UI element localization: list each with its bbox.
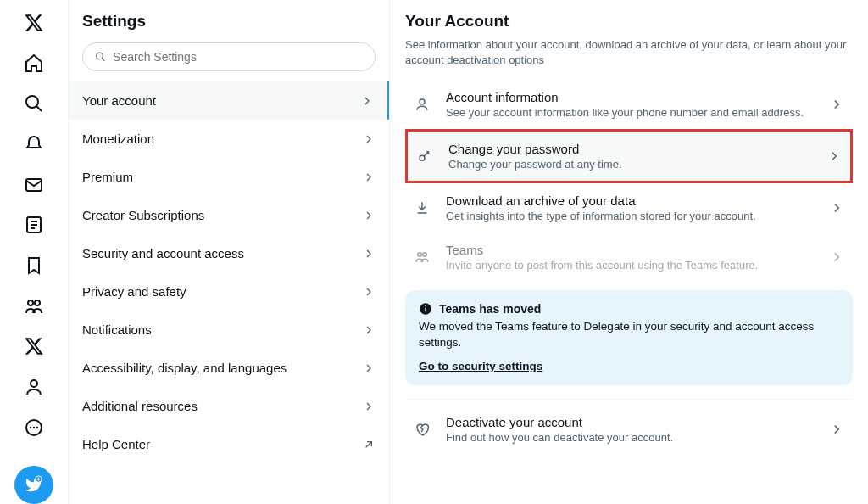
notice-title: Teams has moved	[439, 302, 541, 316]
settings-item-monetization[interactable]: Monetization	[69, 120, 389, 158]
svg-point-19	[420, 99, 425, 104]
svg-point-17	[97, 53, 103, 59]
svg-rect-24	[425, 308, 426, 312]
option-subtitle: Get insights into the type of informatio…	[446, 210, 829, 222]
settings-item-label: Notifications	[82, 322, 152, 337]
search-icon	[95, 51, 106, 63]
key-icon	[416, 148, 433, 165]
option-teams: TeamsInvite anyone to post from this acc…	[405, 232, 853, 282]
svg-point-13	[36, 427, 38, 428]
bookmarks-icon[interactable]	[23, 255, 45, 277]
settings-list: Your accountMonetizationPremiumCreator S…	[69, 81, 389, 463]
option-subtitle: See your account information like your p…	[446, 106, 829, 119]
option-title: Teams	[446, 243, 829, 257]
settings-item-your-account[interactable]: Your account	[69, 81, 389, 120]
option-subtitle: Find out how you can deactivate your acc…	[446, 431, 829, 444]
settings-column: Settings Your accountMonetizationPremium…	[68, 0, 390, 504]
svg-point-8	[35, 300, 40, 305]
settings-item-label: Security and account access	[82, 246, 244, 260]
compose-button[interactable]	[14, 466, 53, 504]
chevron-right-icon	[826, 148, 842, 164]
x-premium-icon[interactable]	[23, 336, 45, 358]
notice-link[interactable]: Go to security settings	[419, 360, 542, 372]
main-options: Account informationSee your account info…	[405, 80, 853, 282]
lists-icon[interactable]	[23, 214, 45, 236]
svg-point-12	[33, 427, 35, 428]
settings-item-creator-subscriptions[interactable]: Creator Subscriptions	[69, 196, 389, 234]
option-title: Deactivate your account	[446, 415, 829, 429]
notifications-icon[interactable]	[23, 133, 45, 155]
download-icon	[414, 199, 431, 216]
settings-item-label: Help Center	[82, 437, 150, 451]
chevron-right-icon	[829, 97, 844, 112]
option-change-your-password[interactable]: Change your passwordChange your password…	[405, 129, 853, 183]
profile-icon[interactable]	[23, 376, 45, 398]
option-account-information[interactable]: Account informationSee your account info…	[405, 80, 853, 129]
chevron-right-icon	[829, 200, 844, 216]
chevron-right-icon	[829, 422, 844, 437]
settings-item-notifications[interactable]: Notifications	[69, 311, 389, 349]
info-icon	[419, 302, 432, 316]
svg-line-1	[36, 106, 42, 111]
option-deactivate-your-account[interactable]: Deactivate your accountFind out how you …	[405, 405, 853, 454]
home-icon[interactable]	[23, 53, 45, 75]
svg-point-20	[420, 156, 425, 161]
settings-item-accessibility-display-and-languages[interactable]: Accessibility, display, and languages	[69, 349, 389, 387]
svg-point-9	[31, 380, 37, 387]
svg-point-22	[423, 253, 427, 257]
settings-item-label: Privacy and safety	[82, 284, 186, 299]
svg-point-11	[30, 427, 31, 428]
person-icon	[414, 96, 431, 113]
svg-point-7	[28, 300, 33, 305]
svg-point-0	[26, 96, 38, 108]
settings-item-additional-resources[interactable]: Additional resources	[69, 387, 389, 425]
settings-search[interactable]	[82, 42, 376, 71]
notice-body: We moved the Teams feature to Delegate i…	[419, 319, 839, 351]
settings-item-label: Your account	[82, 93, 156, 108]
settings-item-label: Additional resources	[82, 399, 198, 413]
chevron-right-icon	[829, 249, 844, 265]
settings-item-label: Premium	[82, 170, 133, 184]
option-title: Download an archive of your data	[446, 193, 829, 208]
x-logo-icon[interactable]	[23, 12, 45, 34]
settings-item-label: Monetization	[82, 132, 154, 146]
settings-item-help-center[interactable]: Help Center	[69, 425, 389, 463]
svg-line-18	[102, 59, 104, 61]
settings-item-privacy-and-safety[interactable]: Privacy and safety	[69, 272, 389, 311]
svg-point-21	[418, 253, 422, 257]
communities-icon[interactable]	[23, 295, 45, 317]
option-subtitle: Invite anyone to post from this account …	[446, 259, 829, 272]
settings-item-label: Accessibility, display, and languages	[82, 361, 287, 375]
more-icon[interactable]	[23, 417, 45, 439]
teams-notice: Teams has moved We moved the Teams featu…	[405, 290, 853, 385]
main-description: See information about your account, down…	[405, 37, 853, 68]
main-title: Your Account	[405, 12, 853, 31]
settings-item-premium[interactable]: Premium	[69, 158, 389, 196]
option-title: Change your password	[448, 142, 826, 156]
option-subtitle: Change your password at any time.	[448, 158, 826, 171]
settings-item-security-and-account-access[interactable]: Security and account access	[69, 234, 389, 272]
main-column: Your Account See information about your …	[390, 0, 868, 504]
settings-item-label: Creator Subscriptions	[82, 208, 204, 222]
messages-icon[interactable]	[23, 174, 45, 196]
settings-title: Settings	[69, 0, 389, 39]
nav-rail	[0, 0, 68, 504]
search-icon[interactable]	[23, 92, 45, 115]
settings-search-input[interactable]	[113, 50, 363, 64]
divider	[405, 399, 853, 400]
people-icon	[414, 249, 431, 266]
option-title: Account information	[446, 90, 829, 104]
heart-broken-icon	[414, 421, 431, 438]
option-download-an-archive-of-your-data[interactable]: Download an archive of your dataGet insi…	[405, 183, 853, 232]
svg-rect-25	[425, 305, 426, 306]
